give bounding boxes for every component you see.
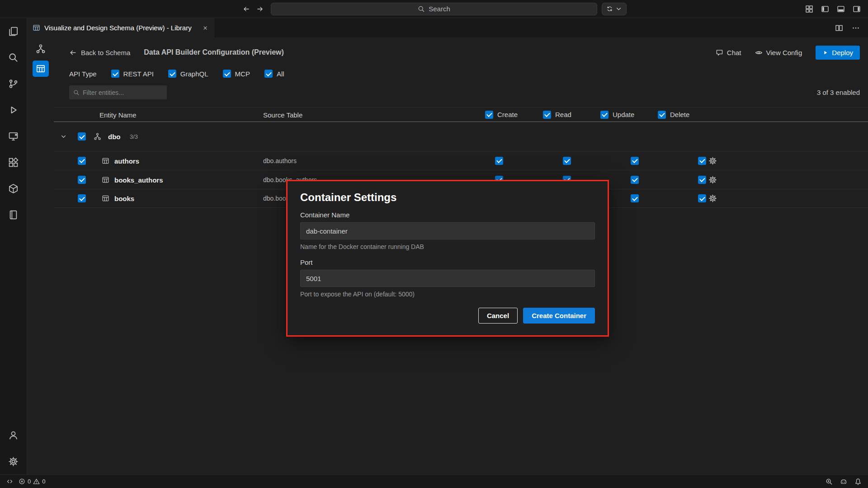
delete-checkbox[interactable]	[698, 157, 706, 165]
session-switcher[interactable]	[602, 3, 627, 15]
container-name-input[interactable]	[300, 222, 595, 239]
graphql-filter[interactable]: GraphQL	[168, 70, 208, 78]
update-select-all-checkbox[interactable]	[600, 111, 609, 119]
gear-icon	[708, 194, 717, 203]
entity-enabled-checkbox[interactable]	[78, 176, 86, 184]
create-select-all-checkbox[interactable]	[485, 111, 493, 119]
port-input[interactable]	[300, 270, 595, 287]
schema-icon	[94, 133, 101, 141]
create-column-label: Create	[497, 111, 518, 118]
create-container-button[interactable]: Create Container	[523, 308, 595, 324]
tab-visualize-design-schema[interactable]: Visualize and Design Schema (Preview) - …	[27, 18, 214, 38]
activity-bar-bottom	[0, 422, 27, 474]
graphql-checkbox[interactable]	[168, 70, 176, 78]
activity-item-run-debug[interactable]	[0, 97, 27, 123]
chat-label: Chat	[727, 49, 741, 56]
activity-item-notebooks[interactable]	[0, 202, 27, 228]
all-label: All	[277, 70, 284, 78]
read-select-all-checkbox[interactable]	[543, 111, 551, 119]
more-actions-button[interactable]	[852, 24, 860, 32]
gear-icon	[708, 156, 717, 165]
entity-enabled-checkbox[interactable]	[78, 157, 86, 165]
back-to-schema-link[interactable]: Back to Schema	[69, 49, 130, 56]
group-checkbox[interactable]	[78, 132, 86, 141]
toggle-secondary-sidebar-button[interactable]	[853, 5, 861, 13]
filter-entities-input[interactable]	[83, 89, 163, 96]
container-name-label: Container Name	[300, 211, 595, 219]
activity-item-search[interactable]	[0, 44, 27, 70]
rest-api-filter[interactable]: REST API	[111, 70, 154, 78]
nav-back-button[interactable]	[243, 5, 250, 13]
update-checkbox[interactable]	[631, 157, 639, 165]
chat-icon	[716, 49, 723, 56]
activity-item-database-projects[interactable]	[0, 175, 27, 202]
schema-icon	[36, 44, 46, 54]
create-checkbox[interactable]	[495, 157, 503, 165]
copilot-indicator[interactable]	[840, 478, 847, 485]
status-bar-right	[826, 478, 862, 485]
delete-column-header: Delete	[658, 111, 689, 119]
table-gear-icon	[36, 64, 46, 74]
panel-bottom-icon	[837, 5, 845, 13]
book-icon	[8, 210, 19, 220]
view-config-button[interactable]: View Config	[755, 49, 802, 56]
read-column-label: Read	[555, 111, 571, 118]
entity-settings-button[interactable]	[708, 156, 717, 165]
split-editor-button[interactable]	[835, 24, 843, 32]
tab-close-button[interactable]	[202, 25, 208, 31]
activity-item-source-control[interactable]	[0, 70, 27, 97]
activity-item-explorer[interactable]	[0, 18, 27, 44]
chat-button[interactable]: Chat	[716, 49, 741, 56]
delete-checkbox[interactable]	[698, 194, 706, 202]
close-icon	[202, 25, 208, 31]
create-column-header: Create	[485, 111, 518, 119]
source-control-icon	[8, 79, 19, 89]
group-collapse-button[interactable]	[60, 133, 67, 140]
entity-name: books	[114, 195, 134, 202]
problems-indicator[interactable]: 0 0	[19, 478, 45, 485]
toggle-panel-button[interactable]	[837, 5, 845, 13]
delete-checkbox[interactable]	[698, 176, 706, 184]
files-icon	[8, 26, 19, 37]
read-checkbox[interactable]	[563, 157, 571, 165]
notifications-button[interactable]	[854, 478, 862, 485]
gear-icon	[8, 456, 19, 467]
mcp-checkbox[interactable]	[223, 70, 231, 78]
filter-entities-box[interactable]	[69, 85, 167, 99]
schema-group-row: dbo 3/3	[54, 122, 868, 151]
nav-forward-button[interactable]	[256, 5, 264, 13]
delete-select-all-checkbox[interactable]	[658, 111, 666, 119]
activity-item-remote-explorer[interactable]	[0, 123, 27, 149]
settings-button[interactable]	[0, 448, 27, 474]
read-column-header: Read	[543, 111, 571, 119]
extensions-icon	[8, 157, 19, 168]
container-name-help: Name for the Docker container running DA…	[300, 243, 595, 250]
update-checkbox[interactable]	[631, 176, 639, 184]
ellipsis-icon	[852, 24, 860, 32]
all-checkbox[interactable]	[264, 70, 273, 78]
entity-settings-button[interactable]	[708, 194, 717, 203]
entity-enabled-checkbox[interactable]	[78, 194, 86, 202]
entity-filter-row: 3 of 3 enabled	[69, 85, 860, 99]
zoom-indicator[interactable]	[826, 478, 833, 485]
run-debug-icon	[8, 105, 19, 115]
dab-config-view-button[interactable]	[33, 61, 49, 77]
search-placeholder-text: Search	[429, 5, 450, 13]
all-filter[interactable]: All	[264, 70, 284, 78]
port-label: Port	[300, 258, 595, 266]
remote-indicator[interactable]	[6, 478, 13, 485]
account-button[interactable]	[0, 422, 27, 448]
mcp-filter[interactable]: MCP	[223, 70, 250, 78]
enabled-summary: 3 of 3 enabled	[817, 89, 860, 96]
activity-item-extensions[interactable]	[0, 149, 27, 175]
entity-settings-button[interactable]	[708, 175, 717, 184]
update-checkbox[interactable]	[631, 194, 639, 202]
schema-diagram-view-button[interactable]	[33, 41, 49, 57]
deploy-button[interactable]: Deploy	[816, 46, 860, 60]
command-center-search[interactable]: Search	[271, 3, 597, 15]
rest-api-checkbox[interactable]	[111, 70, 119, 78]
customize-layout-button[interactable]	[805, 5, 813, 13]
cancel-button[interactable]: Cancel	[478, 308, 518, 324]
chevron-down-icon	[60, 133, 67, 140]
toggle-sidebar-button[interactable]	[821, 5, 829, 13]
